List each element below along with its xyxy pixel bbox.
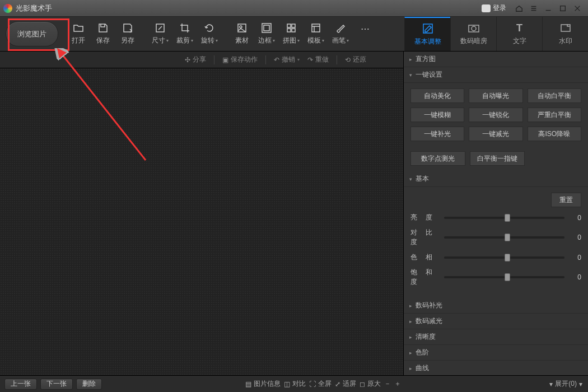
- redo-button[interactable]: ↷重做: [307, 55, 329, 64]
- size-icon: [155, 22, 166, 34]
- frame-icon: [261, 22, 272, 34]
- oneclick-btn-7[interactable]: 一键减光: [469, 127, 522, 141]
- menu-button[interactable]: [526, 3, 541, 14]
- save-button[interactable]: 保存: [91, 22, 115, 45]
- open-icon: [73, 22, 84, 34]
- frame-button[interactable]: 边框▾: [254, 22, 279, 45]
- oneclick-extra-0[interactable]: 数字点测光: [410, 151, 465, 166]
- oneclick-btn-8[interactable]: 高ISO降噪: [528, 127, 581, 141]
- oneclick-btn-0[interactable]: 自动美化: [410, 88, 464, 103]
- camera-icon: [468, 22, 480, 34]
- expand-icon: ▾: [409, 176, 412, 182]
- oneclick-btn-5[interactable]: 严重白平衡: [528, 108, 581, 122]
- restore-button[interactable]: ⟲还原: [345, 55, 366, 64]
- slider-track[interactable]: [444, 217, 564, 219]
- info-icon: ▤: [245, 380, 251, 388]
- slider-label: 饱 和 度: [410, 268, 438, 287]
- slider-track[interactable]: [444, 256, 564, 259]
- fit-screen-button[interactable]: ⤢适屏: [335, 379, 356, 389]
- section-oneclick[interactable]: ▾一键设置: [404, 67, 588, 83]
- collapse-icon: ▸: [409, 350, 412, 356]
- tab-darkroom[interactable]: 数码暗房: [450, 17, 496, 51]
- slider-label: 亮 度: [410, 213, 438, 222]
- tab-basic-adjust[interactable]: 基本调整: [404, 17, 450, 51]
- text-icon: T: [514, 22, 526, 34]
- oneclick-btn-4[interactable]: 一键锐化: [469, 108, 522, 122]
- app-logo: [3, 4, 12, 13]
- material-icon: [236, 22, 248, 34]
- tab-watermark[interactable]: 水印: [542, 17, 588, 51]
- right-panel: ▸直方图 ▾一键设置 自动美化自动曝光自动白平衡一键模糊一键锐化严重白平衡一键补…: [403, 52, 588, 375]
- oneclick-btn-2[interactable]: 自动白平衡: [528, 88, 581, 103]
- fullscreen-icon: ⛶: [309, 380, 316, 388]
- material-button[interactable]: 素材: [230, 22, 254, 45]
- size-button[interactable]: 尺寸▾: [148, 22, 172, 45]
- expand-panel-button[interactable]: ▾展开(0)▾: [549, 379, 582, 389]
- oneclick-extra-1[interactable]: 白平衡一指键: [470, 151, 525, 166]
- image-info-button[interactable]: ▤图片信息: [245, 379, 281, 389]
- fullscreen-button[interactable]: ⛶全屏: [309, 379, 332, 389]
- oneclick-btn-3[interactable]: 一键模糊: [410, 108, 464, 122]
- reset-button[interactable]: 重置: [551, 193, 581, 207]
- slider-track[interactable]: [444, 276, 564, 278]
- crop-button[interactable]: 裁剪▾: [172, 22, 197, 45]
- rotate-button[interactable]: 旋转▾: [197, 22, 222, 45]
- canvas-area[interactable]: [0, 68, 403, 375]
- slider-value: 0: [570, 214, 581, 222]
- slider-thumb[interactable]: [505, 254, 510, 262]
- chevron-down-icon: ▾: [549, 380, 553, 388]
- more-button[interactable]: ⋯: [353, 24, 377, 45]
- section-collapsed-4[interactable]: ▸曲线: [404, 361, 588, 375]
- brush-button[interactable]: 画笔▾: [328, 22, 353, 45]
- save-action-icon: ▣: [222, 56, 228, 64]
- slider-row-1: 对 比 度0: [410, 228, 581, 247]
- collage-icon: [286, 22, 297, 34]
- undo-button[interactable]: ↶撤销▾: [274, 55, 300, 64]
- slider-thumb[interactable]: [505, 273, 510, 281]
- browse-label: 浏览图片: [17, 29, 46, 39]
- minimize-button[interactable]: [541, 3, 556, 14]
- slider-thumb[interactable]: [505, 214, 510, 222]
- delete-image-button[interactable]: 删除: [76, 379, 102, 390]
- collage-button[interactable]: 拼图▾: [279, 22, 304, 45]
- compare-icon: ◫: [284, 380, 290, 388]
- oneclick-btn-1[interactable]: 自动曝光: [469, 88, 522, 103]
- slider-value: 0: [570, 273, 581, 281]
- open-button[interactable]: 打开: [66, 22, 91, 45]
- collapse-icon: ▸: [409, 57, 412, 62]
- section-collapsed-0[interactable]: ▸数码补光: [404, 298, 588, 314]
- close-button[interactable]: [570, 3, 585, 14]
- section-collapsed-3[interactable]: ▸色阶: [404, 345, 588, 361]
- zoom-out-button[interactable]: －: [384, 379, 391, 389]
- section-collapsed-2[interactable]: ▸清晰度: [404, 329, 588, 345]
- login-label: 登录: [493, 3, 506, 13]
- prev-image-button[interactable]: 上一张: [4, 379, 37, 390]
- zoom-in-button[interactable]: ＋: [394, 379, 401, 389]
- slider-track[interactable]: [444, 236, 564, 239]
- compare-button[interactable]: ◫对比: [284, 379, 306, 389]
- original-size-button[interactable]: ◻原大: [360, 379, 381, 389]
- save-action-button[interactable]: ▣保存动作: [222, 55, 258, 64]
- saveas-button[interactable]: 另存: [115, 22, 140, 45]
- crop-icon: [179, 22, 190, 34]
- section-basic[interactable]: ▾基本: [404, 171, 588, 187]
- next-image-button[interactable]: 下一张: [40, 379, 73, 390]
- slider-thumb[interactable]: [505, 234, 510, 241]
- share-button[interactable]: ✣分享: [185, 55, 206, 64]
- svg-point-14: [472, 26, 476, 31]
- saveas-icon: [122, 22, 133, 34]
- section-collapsed-1[interactable]: ▸数码减光: [404, 314, 588, 329]
- oneclick-btn-6[interactable]: 一键补光: [410, 127, 464, 141]
- tab-text[interactable]: T文字: [496, 17, 542, 51]
- expand-icon: ▾: [409, 72, 412, 78]
- svg-rect-0: [561, 6, 566, 11]
- browse-images-button[interactable]: 浏览图片: [6, 21, 58, 46]
- template-button[interactable]: 模板▾: [304, 22, 328, 45]
- svg-rect-6: [264, 25, 269, 31]
- login-button[interactable]: 登录: [482, 3, 506, 13]
- section-histogram[interactable]: ▸直方图: [404, 52, 588, 67]
- collapse-icon: ▸: [409, 366, 412, 371]
- maximize-button[interactable]: [556, 3, 570, 14]
- home-button[interactable]: [512, 3, 526, 14]
- restore-icon: ⟲: [345, 56, 351, 64]
